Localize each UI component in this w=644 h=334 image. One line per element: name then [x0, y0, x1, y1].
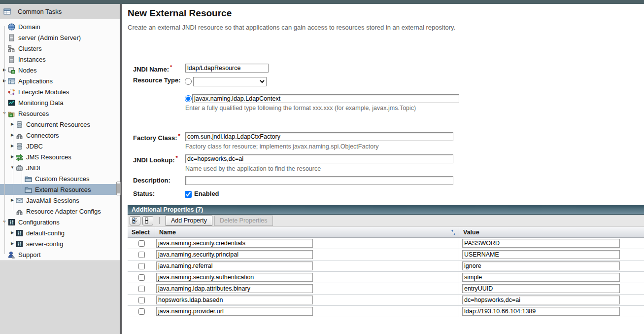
- server-icon: [8, 34, 15, 41]
- property-name-input[interactable]: [156, 261, 313, 270]
- factory-class-help: Factory class for resource; implements j…: [185, 143, 379, 150]
- sidebar-item-monitoring-data[interactable]: Monitoring Data: [0, 97, 120, 108]
- config-icon: [16, 240, 23, 248]
- mail-icon: [16, 197, 23, 204]
- property-value-input[interactable]: [462, 273, 620, 282]
- database-icon: [16, 121, 23, 128]
- sidebar-item-label: Domain: [18, 23, 40, 31]
- property-value-input[interactable]: [462, 250, 620, 259]
- resource-type-predefined-radio[interactable]: [185, 78, 192, 85]
- resource-type-custom-radio[interactable]: [185, 95, 192, 102]
- sidebar-item-jndi[interactable]: JNDI: [0, 162, 120, 173]
- jndi-name-input[interactable]: [185, 64, 269, 73]
- config-icon: [16, 229, 23, 237]
- expand-arrow-icon[interactable]: [9, 227, 16, 238]
- sidebar-item-instances[interactable]: Instances: [0, 54, 120, 65]
- sidebar-item-connectors[interactable]: Connectors: [0, 130, 120, 141]
- sidebar-item-default-config[interactable]: default-config: [0, 227, 120, 238]
- content-panel: New External Resource Create an external…: [122, 4, 644, 334]
- column-header-select: Select: [128, 227, 155, 237]
- collapse-arrow-icon[interactable]: [9, 162, 16, 173]
- table-row: [128, 272, 644, 283]
- sidebar-item-domain[interactable]: Domain: [0, 21, 120, 32]
- resource-type-help: Enter a fully qualified type following t…: [185, 105, 416, 111]
- status-enabled-label: Enabled: [194, 190, 219, 197]
- sidebar-item-resource-adapter-configs[interactable]: Resource Adapter Configs: [0, 206, 120, 217]
- expand-arrow-icon[interactable]: [9, 151, 16, 162]
- sidebar-item-clusters[interactable]: Clusters: [0, 43, 120, 54]
- deselect-all-icon: [144, 217, 151, 224]
- property-value-input[interactable]: [462, 307, 620, 316]
- property-value-input[interactable]: [462, 296, 620, 304]
- select-all-icon: [132, 217, 138, 224]
- sidebar-item-nodes[interactable]: Nodes: [0, 65, 120, 75]
- sidebar-item-jdbc[interactable]: JDBC: [0, 141, 120, 151]
- sidebar-item-label: JNDI: [26, 164, 40, 172]
- sidebar-item-applications[interactable]: Applications: [0, 75, 120, 86]
- sidebar-item-custom-resources[interactable]: Custom Resources: [0, 173, 120, 184]
- sidebar-item-concurrent-resources[interactable]: Concurrent Resources: [0, 119, 120, 130]
- description-input[interactable]: [185, 176, 453, 185]
- sidebar-item-server-config[interactable]: server-config: [0, 238, 120, 249]
- delete-properties-button: Delete Properties: [214, 216, 273, 226]
- row-select-checkbox[interactable]: [138, 308, 145, 315]
- sidebar-item-configurations[interactable]: Configurations: [0, 217, 120, 227]
- property-name-input[interactable]: [156, 296, 313, 304]
- property-name-input[interactable]: [156, 273, 313, 282]
- page-description: Create an external JNDI resource so that…: [128, 24, 455, 31]
- property-value-input[interactable]: [462, 239, 620, 248]
- sidebar-item-label: server (Admin Server): [18, 34, 81, 41]
- resource-type-custom-input[interactable]: [192, 94, 459, 103]
- globe-icon: [8, 23, 15, 31]
- resource-type-select[interactable]: [193, 77, 267, 86]
- sidebar-item-jms-resources[interactable]: JMS Resources: [0, 151, 120, 162]
- expand-arrow-icon[interactable]: [9, 195, 16, 206]
- row-select-checkbox[interactable]: [138, 297, 145, 303]
- required-indicator: *: [170, 64, 172, 70]
- deselect-all-button[interactable]: [142, 216, 153, 225]
- factory-class-input[interactable]: [185, 132, 453, 141]
- expand-arrow-icon[interactable]: [9, 141, 16, 151]
- status-label: Status:: [133, 190, 155, 197]
- sidebar-item-resources[interactable]: Resources: [0, 108, 120, 119]
- common-tasks-header[interactable]: Common Tasks: [0, 4, 120, 19]
- sidebar-item-label: Support: [18, 251, 41, 259]
- sidebar-item-javamail-sessions[interactable]: JavaMail Sessions: [0, 195, 120, 206]
- row-select-checkbox[interactable]: [138, 286, 145, 292]
- divider-drag-handle[interactable]: [116, 182, 121, 195]
- sidebar-item-external-resources[interactable]: External Resources: [0, 184, 120, 195]
- expand-arrow-icon[interactable]: [9, 130, 16, 141]
- sidebar-item-support[interactable]: Support: [0, 249, 120, 260]
- property-value-input[interactable]: [462, 284, 620, 293]
- sort-icon[interactable]: [451, 229, 456, 235]
- column-header-name[interactable]: Name: [155, 227, 459, 237]
- navigation-sidebar: Common Tasks Domain server (Admin Server…: [0, 4, 120, 334]
- sidebar-item-lifecycle-modules[interactable]: Lifecycle Modules: [0, 86, 120, 97]
- sidebar-item-label: Lifecycle Modules: [18, 88, 69, 96]
- connector-icon: [16, 132, 23, 139]
- sidebar-item-label: JMS Resources: [26, 153, 71, 161]
- property-name-input[interactable]: [156, 239, 313, 248]
- row-select-checkbox[interactable]: [138, 274, 145, 281]
- properties-toolbar: Add Property Delete Properties: [128, 215, 644, 227]
- property-name-input[interactable]: [156, 284, 313, 293]
- select-all-button[interactable]: [130, 216, 140, 225]
- row-select-checkbox[interactable]: [138, 252, 145, 258]
- jndi-lookup-input[interactable]: [185, 154, 453, 163]
- expand-arrow-icon[interactable]: [9, 238, 16, 249]
- add-property-button[interactable]: Add Property: [166, 216, 212, 226]
- expand-arrow-icon[interactable]: [9, 119, 16, 130]
- clusters-icon: [8, 45, 15, 52]
- row-select-checkbox[interactable]: [138, 240, 145, 247]
- property-name-input[interactable]: [156, 250, 313, 259]
- row-select-checkbox[interactable]: [138, 263, 145, 269]
- property-name-input[interactable]: [156, 307, 313, 316]
- sidebar-item-server[interactable]: server (Admin Server): [0, 32, 120, 43]
- common-tasks-icon: [3, 8, 11, 15]
- sidebar-item-label: Resources: [18, 110, 49, 117]
- property-value-input[interactable]: [462, 261, 620, 270]
- tree-guide-line: [22, 170, 22, 189]
- jndi-lookup-label: JNDI Lookup:*: [133, 155, 178, 164]
- jndi-lookup-help: Name used by the application to find the…: [185, 165, 321, 172]
- status-enabled-checkbox[interactable]: [185, 191, 192, 198]
